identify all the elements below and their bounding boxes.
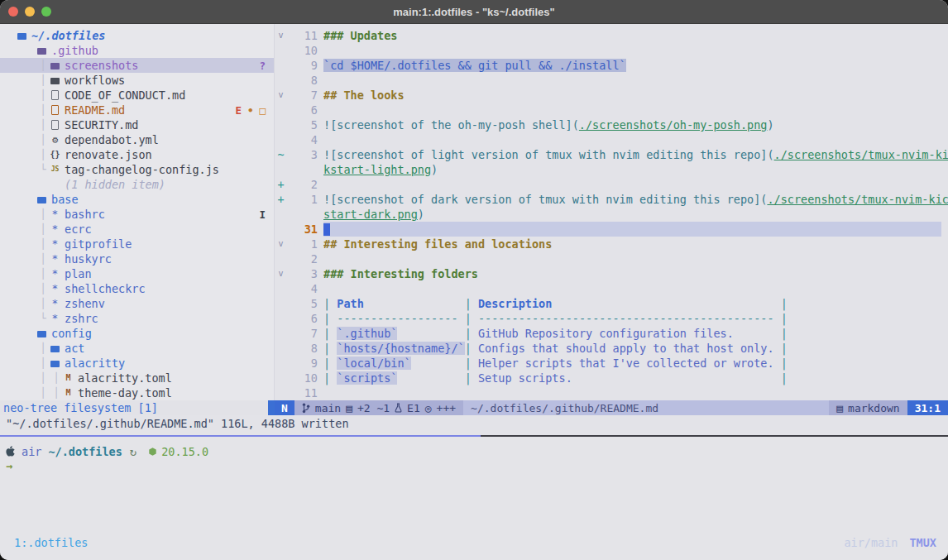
editor-line[interactable]: 10| `scripts` | Setup scripts. | [275,371,948,385]
tree-item-tag-changelog-config-js[interactable]: └JStag-changelog-config.js [0,162,274,177]
editor-line[interactable]: v3### Interesting folders [275,266,948,281]
editor-line[interactable]: start-dark.png) [275,207,948,222]
git-sign: ~ [275,147,287,162]
tree-item-alacritty[interactable]: │alacritty [0,356,274,371]
editor-line[interactable]: 31 [275,222,948,237]
editor-line[interactable]: 10 [275,43,948,58]
gutter [275,326,287,341]
editor-line[interactable]: 9| `local/bin` | Helper scripts that I'v… [275,356,948,371]
editor-line[interactable]: 6 [275,103,948,117]
editor-line[interactable]: 4 [275,281,948,296]
editor-line[interactable]: 7| `.github` | GitHub Repository configu… [275,326,948,341]
syntax-segment: Helper scripts that I've collected or wr… [478,357,774,370]
folder-icon [36,195,47,203]
tree-item-theme-day-toml[interactable]: ││Mtheme-day.toml [0,385,274,400]
tree-guide: │ [36,58,50,73]
zoom-button[interactable] [41,7,51,17]
tree-guide: │ [36,147,50,162]
line-number: 4 [287,281,323,296]
syntax-segment [572,371,781,385]
tree-item-readme-md[interactable]: │README.mdE•□ [0,103,274,117]
syntax-segment: | [323,312,337,325]
shell-pane[interactable]: air ~/.dotfiles ↻ 20.15.0 → 1:.dotfiles … [0,437,948,560]
tree-item-label: .github [51,43,98,58]
tree-item-shellcheckrc[interactable]: │*shellcheckrc [0,281,274,296]
tree-item-label: config [51,326,92,341]
tree-item-gitprofile[interactable]: │*gitprofile [0,237,274,251]
editor-line[interactable]: 4 [275,132,948,147]
minimize-button[interactable] [25,7,35,17]
editor-line[interactable]: v7## The looks [275,88,948,103]
tree-item-zshrc[interactable]: └*zshrc [0,311,274,326]
tree-item-security-md[interactable]: │SECURITY.md [0,117,274,132]
syntax-segment: `scripts` [337,371,397,385]
fold-marker[interactable]: v [275,28,287,43]
tree-guide: │ [36,73,50,88]
js-icon: JS [50,162,60,177]
tree-item-label: bashrc [65,207,105,222]
editor-line[interactable]: v1## Interesting files and locations [275,237,948,251]
tree-guide: │ [36,88,50,103]
line-text [323,251,948,266]
tree-guide: │ [36,281,50,296]
tree-item-ecrc[interactable]: │*ecrc [0,222,274,237]
syntax-segment: | [323,357,337,370]
syntax-segment: | [465,371,478,385]
editor-line[interactable]: 8 [275,73,948,88]
tree-item-alacritty-toml[interactable]: ││Malacritty.toml [0,371,274,385]
tree-item-1-hidden-item[interactable]: (1 hidden item) [0,177,274,192]
tree-item-badge: E [235,104,242,117]
tree-item-base[interactable]: base [0,192,274,207]
editor-line[interactable]: kstart-light.png) [275,162,948,177]
editor-line[interactable]: ~3![screenshot of light version of tmux … [275,147,948,162]
editor-line[interactable]: +2 [275,177,948,192]
syntax-segment: ![screenshot of light version of tmux wi… [323,148,774,161]
tree-item-label: plan [65,266,92,281]
title-bar: main:1:.dotfiles - "ks~/.dotfiles" [0,0,948,24]
tree-item-plan[interactable]: │*plan [0,266,274,281]
line-number: 6 [287,103,323,117]
tree-item-label: huskyrc [65,251,112,266]
tree-item-code-of-conduct-md[interactable]: │CODE_OF_CONDUCT.md [0,88,274,103]
toml-icon: M [63,385,74,400]
syntax-segment: ## Interesting files and locations [323,237,552,251]
filetype-icon: ▤ [836,402,843,414]
tree-item-huskyrc[interactable]: │*huskyrc [0,251,274,266]
gyro-icon: ◎ [425,402,432,414]
fold-marker[interactable]: v [275,88,287,103]
tree-item-workflows[interactable]: │workflows [0,73,274,88]
line-text: `cd $HOME/.dotfiles && git pull && ./ins… [323,58,948,73]
editor-buffer[interactable]: v11### Updates109`cd $HOME/.dotfiles && … [275,24,948,400]
tmux-window-label[interactable]: 1:.dotfiles [14,536,88,549]
git-branch-icon [302,403,310,414]
editor-line[interactable]: 5| Path | Description | [275,296,948,311]
tree-item-screenshots[interactable]: │screenshots? [0,58,274,73]
editor-line[interactable]: 11 [275,385,948,400]
editor-line[interactable]: v11### Updates [275,28,948,43]
tree-item-act[interactable]: │act [0,341,274,356]
editor-line[interactable]: +1![screenshot of dark version of tmux w… [275,192,948,207]
tree-item-github[interactable]: .github [0,43,274,58]
shell-input-line[interactable]: → [6,459,948,474]
tree-item-bashrc[interactable]: │*bashrcI [0,207,274,222]
editor-line[interactable]: 6| ------------------ | ----------------… [275,311,948,326]
tree-item-zshenv[interactable]: │*zshenv [0,296,274,311]
editor-line[interactable]: 8| `hosts/{hostname}/`| Configs that sho… [275,341,948,356]
shell-prompt: air ~/.dotfiles ↻ 20.15.0 [6,444,948,459]
tree-item-config[interactable]: config [0,326,274,341]
fold-marker[interactable]: v [275,237,287,251]
editor-pane[interactable]: v11### Updates109`cd $HOME/.dotfiles && … [275,24,948,415]
fold-marker[interactable]: v [275,266,287,281]
editor-line[interactable]: 2 [275,251,948,266]
tree-item-dependabot-yml[interactable]: │⚙dependabot.yml [0,132,274,147]
star-icon: * [50,207,60,222]
close-button[interactable] [8,7,18,17]
editor-line[interactable]: 5![screenshot of the oh-my-posh shell](.… [275,117,948,132]
editor-line[interactable]: 9`cd $HOME/.dotfiles && git pull && ./in… [275,58,948,73]
tree-item-dotfiles[interactable]: ~/.dotfiles [0,28,274,43]
syntax-segment [364,297,465,310]
tmux-session-label: air/main [844,536,898,549]
syntax-segment: | [465,357,478,370]
tree-item-renovate-json[interactable]: │{}renovate.json [0,147,274,162]
line-text: ### Interesting folders [323,266,948,281]
